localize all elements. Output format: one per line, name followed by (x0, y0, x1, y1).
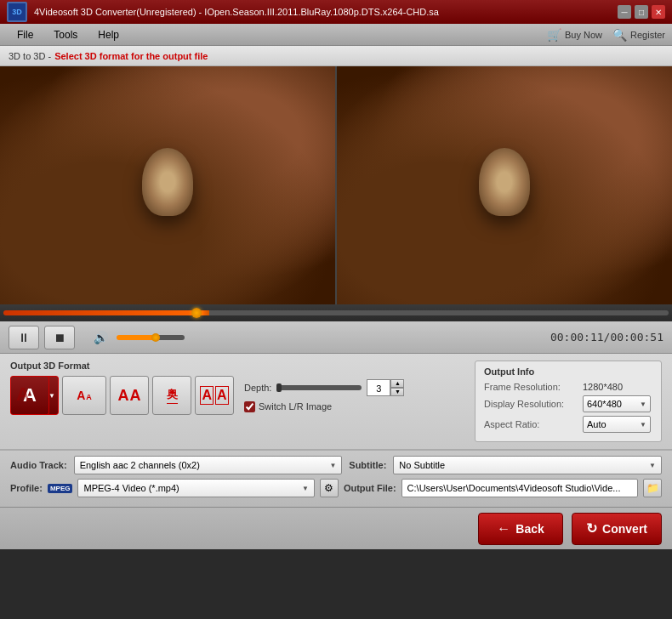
side-by-side-large-button[interactable]: A A (110, 376, 149, 415)
convert-label: Convert (602, 522, 647, 536)
time-current: 00:00:11 (550, 331, 604, 344)
output-file-ellipsis: ... (612, 483, 620, 493)
minimize-button[interactable]: ─ (618, 5, 631, 19)
convert-button[interactable]: ↻ Convert (572, 513, 662, 545)
title-bar: 3D 4Videosoft 3D Converter(Unregistered)… (0, 0, 672, 24)
aspect-ratio-label: Aspect Ratio: (484, 419, 578, 429)
back-icon: ← (497, 521, 510, 537)
depth-spinbox: 3 ▲ ▼ (367, 379, 404, 396)
menu-bar: File Tools Help 🛒 Buy Now 🔍 Register (0, 24, 672, 46)
volume-thumb[interactable] (151, 333, 160, 342)
depth-thumb[interactable] (276, 383, 282, 392)
aspect-ratio-arrow: ▼ (640, 421, 646, 429)
seek-track[interactable] (3, 310, 669, 315)
top-bottom-button[interactable]: 奥 (152, 376, 191, 415)
aspect-ratio-row: Aspect Ratio: Auto ▼ (484, 416, 652, 433)
video-right (337, 66, 672, 304)
pause-button[interactable]: ⏸ (9, 326, 39, 349)
status-bar: 3D to 3D - Select 3D format for the outp… (0, 46, 672, 66)
profile-arrow: ▼ (302, 485, 309, 492)
display-resolution-select[interactable]: 640*480 ▼ (583, 395, 651, 412)
register-label: Register (630, 30, 665, 40)
top-bottom-icon: 奥 (167, 387, 178, 404)
controls-bar: ⏸ ⏹ 🔊 00:00:11/00:00:51 (0, 321, 672, 354)
subtitle-label: Subtitle: (349, 460, 386, 470)
display-resolution-arrow: ▼ (640, 400, 646, 408)
audio-track-arrow: ▼ (329, 462, 336, 469)
close-button[interactable]: ✕ (652, 5, 665, 19)
switch-lr-row: Switch L/R Image (244, 401, 332, 412)
seek-thumb[interactable] (191, 308, 202, 318)
frame-resolution-row: Frame Resolution: 1280*480 (484, 382, 652, 392)
back-label: Back (515, 522, 544, 536)
switch-lr-checkbox[interactable] (244, 401, 255, 412)
depth-up-arrow[interactable]: ▲ (390, 379, 404, 388)
cart-icon: 🛒 (547, 28, 561, 42)
time-total: 00:00:51 (610, 331, 663, 344)
output-file-box: C:\Users\User\Documents\4Videosoft Studi… (401, 479, 638, 497)
audio-subtitle-row: Audio Track: English aac 2 channels (0x2… (10, 456, 662, 474)
title-controls: ─ □ ✕ (618, 5, 665, 19)
output-info-box: Output Info Frame Resolution: 1280*480 D… (475, 361, 662, 442)
mpeg-badge: MPEG (48, 484, 73, 493)
depth-section: Depth: 3 ▲ ▼ Switch L/R Image (244, 379, 404, 412)
status-message: Select 3D format for the output file (54, 51, 208, 61)
output-file-value: C:\Users\User\Documents\4Videosoft Studi… (407, 483, 613, 493)
time-display: 00:00:11/00:00:51 (550, 331, 663, 344)
frame-resolution-value: 1280*480 (583, 382, 623, 392)
status-prefix: 3D to 3D - (9, 51, 51, 61)
pause-icon: ⏸ (18, 331, 30, 344)
switch-lr-label: Switch L/R Image (259, 401, 332, 412)
menu-tools[interactable]: Tools (43, 26, 88, 43)
profile-label: Profile: (10, 483, 43, 493)
audio-track-combo[interactable]: English aac 2 channels (0x2) ▼ (74, 456, 343, 474)
browse-button[interactable]: 📁 (643, 479, 662, 497)
depth-value: 3 (367, 379, 390, 396)
frame-resolution-label: Frame Resolution: (484, 382, 578, 392)
maximize-button[interactable]: □ (635, 5, 648, 19)
subtitle-value: No Subtitle (399, 460, 445, 470)
convert-icon: ↻ (586, 520, 597, 537)
format-left: Output 3D Format A A ▼ A A (10, 361, 461, 442)
aspect-ratio-select[interactable]: Auto ▼ (583, 416, 651, 433)
profile-settings-button[interactable]: ⚙ (320, 479, 339, 497)
depth-label: Depth: (244, 383, 271, 393)
register-button[interactable]: 🔍 Register (612, 28, 665, 42)
video-left (0, 66, 335, 304)
anaglyph-shadow: A (16, 383, 30, 406)
depth-down-arrow[interactable]: ▼ (390, 388, 404, 396)
back-button[interactable]: ← Back (478, 513, 563, 545)
seek-bar[interactable] (0, 304, 672, 321)
profile-combo[interactable]: MPEG-4 Video (*.mp4) ▼ (77, 479, 314, 497)
audio-track-value: English aac 2 channels (0x2) (80, 460, 200, 470)
subtitle-combo[interactable]: No Subtitle ▼ (393, 456, 662, 474)
folder-icon: 📁 (646, 482, 659, 494)
buy-now-button[interactable]: 🛒 Buy Now (547, 28, 602, 42)
logo-text: 3D (12, 8, 22, 16)
output-file-label: Output File: (344, 483, 396, 493)
side-by-side-small-button[interactable]: A A (62, 376, 106, 415)
depth-arrows: ▲ ▼ (390, 379, 404, 396)
menu-help[interactable]: Help (88, 26, 129, 43)
audio-track-label: Audio Track: (10, 460, 67, 470)
settings-icon: ⚙ (324, 482, 333, 494)
menu-file[interactable]: File (7, 26, 43, 43)
register-icon: 🔍 (612, 28, 627, 42)
stop-button[interactable]: ⏹ (44, 326, 75, 349)
profile-output-row: Profile: MPEG MPEG-4 Video (*.mp4) ▼ ⚙ O… (10, 479, 662, 497)
profile-value: MPEG-4 Video (*.mp4) (83, 483, 179, 493)
anaglyph-button[interactable]: A A (10, 376, 49, 415)
display-resolution-row: Display Resolution: 640*480 ▼ (484, 395, 652, 412)
subtitle-arrow: ▼ (649, 462, 656, 469)
bottom-section: Audio Track: English aac 2 channels (0x2… (0, 450, 672, 507)
volume-slider[interactable] (117, 335, 185, 340)
depth-row: Depth: 3 ▲ ▼ (244, 379, 404, 396)
output-info-title: Output Info (484, 366, 652, 377)
sbs-bordered-button[interactable]: A A (195, 376, 234, 415)
video-preview (0, 66, 672, 304)
format-label: Output 3D Format (10, 361, 461, 371)
action-bar: ← Back ↻ Convert (0, 507, 672, 549)
display-resolution-label: Display Resolution: (484, 399, 578, 409)
menu-actions: 🛒 Buy Now 🔍 Register (547, 28, 665, 42)
depth-slider[interactable] (276, 385, 362, 390)
